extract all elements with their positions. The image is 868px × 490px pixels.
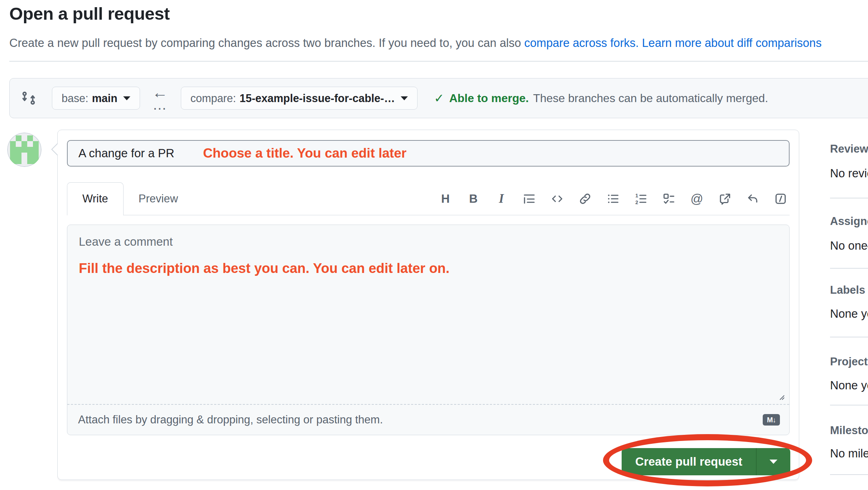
header-divider bbox=[9, 61, 868, 62]
sidebar-value-milestone: No milestone bbox=[830, 447, 868, 460]
tasklist-icon[interactable] bbox=[662, 191, 676, 207]
markdown-supported-icon[interactable]: M↓ bbox=[763, 414, 780, 426]
branch-direction-indicator: ← … bbox=[152, 85, 168, 112]
mention-icon[interactable]: @ bbox=[690, 191, 704, 207]
reply-icon[interactable] bbox=[746, 191, 760, 207]
sidebar-divider bbox=[830, 198, 868, 198]
branch-compare-bar: base: main ← … compare: 15-example-issue… bbox=[9, 78, 868, 118]
slash-command-icon[interactable] bbox=[774, 191, 787, 207]
markdown-toolbar: H B I 12 bbox=[439, 182, 790, 215]
resize-handle[interactable] bbox=[777, 393, 786, 401]
bubble-caret bbox=[52, 144, 58, 155]
create-pull-request-split-button: Create pull request bbox=[622, 448, 790, 475]
sidebar-divider bbox=[830, 474, 868, 475]
subtitle-text: Create a new pull request by comparing c… bbox=[9, 37, 524, 49]
code-icon[interactable] bbox=[550, 191, 564, 207]
merge-status-detail: These branches can be automatically merg… bbox=[533, 92, 768, 105]
page-subtitle: Create a new pull request by comparing c… bbox=[9, 37, 821, 50]
pr-compose-card: A change for a PR Choose a title. You ca… bbox=[57, 130, 799, 480]
sidebar-value-reviewers: No reviews bbox=[830, 167, 868, 180]
chevron-down-icon bbox=[770, 460, 777, 464]
quote-icon[interactable] bbox=[522, 191, 536, 207]
tab-preview[interactable]: Preview bbox=[124, 182, 193, 215]
svg-text:2: 2 bbox=[635, 200, 638, 205]
chevron-down-icon bbox=[401, 96, 408, 100]
comment-editor: Leave a comment Fill the description as … bbox=[67, 225, 790, 435]
base-branch-value: main bbox=[92, 92, 117, 105]
sidebar-value-projects: None yet bbox=[830, 379, 868, 392]
pr-sidebar: Reviewers No reviews Assignees No one—as… bbox=[830, 0, 868, 490]
unordered-list-icon[interactable] bbox=[606, 191, 620, 207]
sidebar-divider bbox=[830, 337, 868, 337]
title-tutorial-annotation: Choose a title. You can edit later bbox=[203, 141, 406, 166]
comment-tutorial-annotation: Fill the description as best you can. Yo… bbox=[79, 261, 449, 276]
compare-branch-value: 15-example-issue-for-cable-… bbox=[240, 92, 395, 105]
create-pull-request-button[interactable]: Create pull request bbox=[622, 448, 756, 475]
compare-branch-label: compare: bbox=[191, 92, 236, 105]
compare-branch-selector[interactable]: compare: 15-example-issue-for-cable-… bbox=[181, 87, 418, 110]
sidebar-divider bbox=[830, 405, 868, 405]
editor-tab-header: Write Preview H B I 12 bbox=[67, 182, 790, 215]
pr-title-value: A change for a PR bbox=[78, 146, 174, 160]
page-title: Open a pull request bbox=[9, 4, 170, 24]
cross-reference-icon[interactable] bbox=[718, 191, 732, 207]
attach-files-hint: Attach files by dragging & dropping, sel… bbox=[78, 413, 383, 426]
sidebar-divider bbox=[830, 268, 868, 269]
open-pull-request-page: Open a pull request Create a new pull re… bbox=[0, 0, 868, 490]
create-options-dropdown[interactable] bbox=[757, 448, 790, 475]
bold-icon[interactable]: B bbox=[467, 191, 480, 207]
form-actions: Create pull request bbox=[622, 448, 790, 475]
svg-text:1: 1 bbox=[635, 192, 638, 198]
sidebar-value-assignees: No one—assign yourself bbox=[830, 239, 868, 253]
heading-icon[interactable]: H bbox=[439, 191, 452, 207]
ordered-list-icon[interactable]: 12 bbox=[634, 191, 648, 207]
base-branch-selector[interactable]: base: main bbox=[52, 87, 140, 110]
sidebar-section-projects[interactable]: Projects bbox=[830, 355, 868, 368]
sidebar-value-labels: None yet bbox=[830, 307, 868, 321]
merge-status-title: Able to merge. bbox=[449, 92, 529, 105]
chevron-down-icon bbox=[123, 96, 130, 100]
avatar bbox=[7, 133, 42, 167]
sidebar-section-milestone[interactable]: Milestone bbox=[830, 424, 868, 437]
italic-icon[interactable]: I bbox=[495, 191, 508, 207]
attach-files-dropzone[interactable]: Attach files by dragging & dropping, sel… bbox=[67, 404, 789, 435]
check-icon: ✓ bbox=[434, 91, 444, 105]
comment-textarea[interactable]: Leave a comment Fill the description as … bbox=[67, 225, 789, 404]
tab-write[interactable]: Write bbox=[67, 182, 124, 216]
sidebar-section-assignees[interactable]: Assignees bbox=[830, 215, 868, 228]
sidebar-section-reviewers[interactable]: Reviewers bbox=[830, 143, 868, 155]
ellipsis-icon: … bbox=[152, 97, 168, 112]
merge-status: ✓ Able to merge. These branches can be a… bbox=[434, 91, 768, 105]
comment-placeholder: Leave a comment bbox=[79, 235, 173, 249]
identicon-image bbox=[7, 133, 42, 167]
compare-across-forks-link[interactable]: compare across forks. bbox=[524, 37, 639, 49]
learn-more-diff-link[interactable]: Learn more about diff comparisons bbox=[642, 37, 822, 49]
git-compare-icon bbox=[21, 91, 36, 106]
base-branch-label: base: bbox=[62, 92, 88, 105]
link-icon[interactable] bbox=[578, 191, 592, 207]
sidebar-section-labels[interactable]: Labels bbox=[830, 284, 865, 297]
pr-title-input[interactable]: A change for a PR Choose a title. You ca… bbox=[67, 140, 790, 167]
